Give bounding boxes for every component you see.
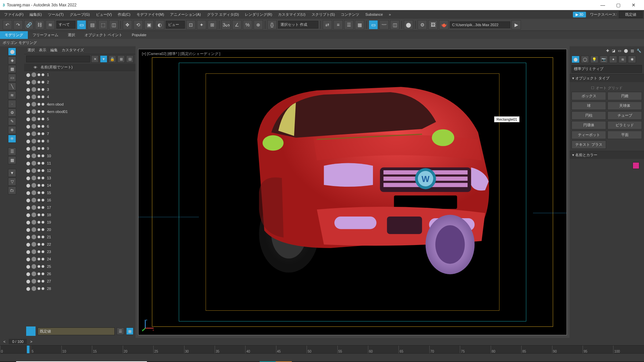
- pivot-button[interactable]: ⊡: [186, 20, 196, 29]
- scene-clear-icon[interactable]: ✕: [91, 55, 99, 63]
- rollout-namecolor[interactable]: ▾ 名前とカラー: [570, 151, 644, 159]
- menu-group[interactable]: グループ(G): [67, 11, 93, 18]
- render-frame-button[interactable]: 🖼: [428, 20, 438, 29]
- scene-view-icon[interactable]: ▦: [126, 327, 133, 335]
- scene-preset-dropdown[interactable]: 既定値: [38, 327, 115, 335]
- spacewarps-icon[interactable]: ≋: [619, 56, 627, 63]
- scene-item[interactable]: ⬤4: [24, 93, 136, 101]
- named-selset-dropdown[interactable]: 選択セット 作成: [278, 21, 318, 28]
- scene-layers-icon[interactable]: ☰: [117, 327, 124, 335]
- scale-button[interactable]: ▣: [144, 20, 154, 29]
- menu-animation[interactable]: アニメーション(A): [167, 11, 204, 18]
- scene-list-header[interactable]: 👁 名前(昇順でソート): [24, 64, 136, 71]
- scene-tab-select[interactable]: 選択: [28, 48, 35, 53]
- motion-tab-icon[interactable]: ⬤: [624, 49, 628, 53]
- scene-item[interactable]: ⬤7: [24, 130, 136, 137]
- lights-icon[interactable]: 💡: [590, 56, 598, 63]
- scene-item[interactable]: ⬤12: [24, 167, 136, 174]
- placement-button[interactable]: ◐: [155, 20, 164, 29]
- snap-button[interactable]: 3ᔕ: [221, 20, 231, 29]
- systems-icon[interactable]: ✱: [628, 56, 636, 63]
- menu-tools[interactable]: ツール(T): [45, 11, 66, 18]
- primitive-button[interactable]: 天球体: [607, 102, 642, 110]
- scene-item[interactable]: ⬤9: [24, 145, 136, 152]
- modify-tab-icon[interactable]: ◪: [612, 49, 615, 53]
- rollout-objecttype[interactable]: ▾ オブジェクト タイプ: [570, 74, 644, 82]
- ribbon-tab-selection[interactable]: 選択: [63, 31, 80, 39]
- tool-wave-icon[interactable]: ≋: [8, 91, 16, 99]
- menu-create[interactable]: 作成(C): [115, 11, 133, 18]
- display-tab-icon[interactable]: ▥: [631, 49, 634, 53]
- scene-item[interactable]: ⬤19: [24, 219, 136, 226]
- scene-tab-display[interactable]: 表示: [39, 48, 46, 53]
- scene-item[interactable]: ⬤24: [24, 255, 136, 263]
- tool-bookmark-icon[interactable]: 🗀: [8, 186, 16, 194]
- scene-item[interactable]: ⬤27: [24, 278, 136, 285]
- timeline-prev-icon[interactable]: <: [3, 340, 5, 344]
- ribbon-panel-label[interactable]: ポリゴン モデリング: [3, 40, 37, 45]
- color-swatch[interactable]: [633, 162, 639, 169]
- primitive-button[interactable]: 円環体: [572, 121, 606, 129]
- menu-rendering[interactable]: レンダリング(R): [242, 11, 275, 18]
- undo-button[interactable]: ↶: [3, 20, 12, 29]
- scene-item[interactable]: ⬤10: [24, 152, 136, 160]
- workspace-dropdown[interactable]: 既定値: [619, 11, 643, 18]
- ribbon-tab-populate[interactable]: Populate: [127, 32, 151, 38]
- rotate-button[interactable]: ⟲: [133, 20, 143, 29]
- primitive-button[interactable]: 平面: [607, 131, 642, 139]
- tool-grid-icon[interactable]: ▦: [8, 156, 16, 164]
- move-button[interactable]: ✥: [123, 20, 132, 29]
- bind-button[interactable]: ≋: [46, 20, 55, 29]
- viewport[interactable]: [+] [Camera02] [標準* ] [既定のシェーディング ]: [138, 49, 567, 335]
- tool-gear-icon[interactable]: ⚙: [8, 109, 16, 117]
- select-object-button[interactable]: ▭: [77, 20, 86, 29]
- scene-item[interactable]: ⬤8: [24, 137, 136, 145]
- primitive-button[interactable]: テキスト プラス: [572, 140, 606, 149]
- scene-item[interactable]: ⬤13: [24, 174, 136, 182]
- select-name-button[interactable]: ▤: [88, 20, 97, 29]
- scene-explorer-icon[interactable]: ⬤: [8, 48, 16, 56]
- manip-button[interactable]: ✦: [197, 20, 206, 29]
- primitive-button[interactable]: ピラミッド: [607, 121, 642, 129]
- ribbon-tab-freeform[interactable]: フリーフォーム: [28, 31, 63, 39]
- percent-snap-button[interactable]: %: [243, 20, 252, 29]
- scene-item[interactable]: ⬤15: [24, 189, 136, 196]
- scene-collapse-icon[interactable]: ⊟: [126, 55, 133, 63]
- menu-overflow-icon[interactable]: »: [386, 11, 393, 18]
- select-region-button[interactable]: ⬚: [98, 20, 108, 29]
- scene-tab-customize[interactable]: カスタマイズ: [62, 48, 84, 53]
- scene-list[interactable]: ⬤1⬤2⬤3⬤4⬤4ern obod⬤4ern obod01⬤5⬤6⬤7⬤8⬤9…: [24, 71, 136, 324]
- primitive-button[interactable]: 円錐: [607, 92, 642, 100]
- scene-item[interactable]: ⬤5: [24, 115, 136, 123]
- tool-filter-icon[interactable]: ▼: [8, 169, 16, 177]
- material-editor-button[interactable]: ⬤: [404, 20, 413, 29]
- scene-expand-icon[interactable]: ⊞: [117, 55, 125, 63]
- utilities-tab-icon[interactable]: 🔧: [637, 49, 641, 53]
- time-ruler[interactable]: 0510152025303540455055606570758085909510…: [0, 345, 644, 353]
- scene-item[interactable]: ⬤26: [24, 270, 136, 278]
- scene-item[interactable]: ⬤18: [24, 211, 136, 219]
- scene-item[interactable]: ⬤6: [24, 123, 136, 130]
- prop-explorer-icon[interactable]: ▦: [8, 65, 16, 73]
- close-button[interactable]: ✕: [626, 0, 641, 10]
- scene-item[interactable]: ⬤23: [24, 248, 136, 255]
- geometry-icon[interactable]: ⬤: [572, 56, 580, 63]
- scene-item[interactable]: ⬤20: [24, 226, 136, 233]
- light-explorer-icon[interactable]: ▭: [8, 74, 16, 82]
- selection-filter-dropdown[interactable]: すべて: [56, 21, 75, 28]
- create-tab-icon[interactable]: ✚: [606, 49, 609, 53]
- curve-editor-button[interactable]: 〰: [379, 20, 389, 29]
- ribbon-tab-modeling[interactable]: モデリング: [0, 31, 28, 39]
- edit-selset-button[interactable]: {}: [267, 20, 277, 29]
- maximize-button[interactable]: ▢: [610, 0, 626, 10]
- scene-item[interactable]: ⬤17: [24, 204, 136, 211]
- primitive-dropdown[interactable]: 標準プリミティブ: [572, 65, 642, 73]
- primitive-button[interactable]: 円柱: [572, 111, 606, 120]
- path-display[interactable]: C:\Users\pik...3ds Max 2022: [450, 21, 510, 28]
- scene-item[interactable]: ⬤28: [24, 285, 136, 292]
- autogrid-checkbox[interactable]: ☐ オート グリッド: [572, 84, 642, 92]
- scene-item[interactable]: ⬤14: [24, 182, 136, 189]
- time-slider[interactable]: [27, 346, 30, 353]
- helpers-icon[interactable]: ✦: [609, 56, 617, 63]
- cameras-icon[interactable]: 📷: [600, 56, 608, 63]
